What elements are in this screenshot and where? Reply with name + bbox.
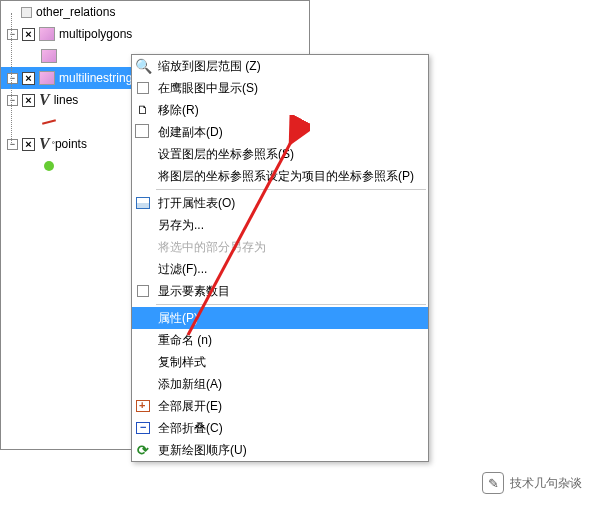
- blank-icon: [134, 310, 152, 326]
- menu-collapse-all[interactable]: 全部折叠(C): [132, 417, 428, 439]
- checkbox-icon[interactable]: ×: [22, 94, 35, 107]
- tree-item-multipolygons[interactable]: − × multipolygons: [1, 23, 309, 45]
- menu-update-draw-order[interactable]: ⟳ 更新绘图顺序(U): [132, 439, 428, 461]
- remove-icon: 🗋: [134, 102, 152, 118]
- layer-icon: [21, 7, 32, 18]
- checkbox-icon[interactable]: ×: [22, 138, 35, 151]
- menu-save-selection-as: 将选中的部分另存为: [132, 236, 428, 258]
- blank-icon: [134, 168, 152, 184]
- menu-rename[interactable]: 重命名 (n): [132, 329, 428, 351]
- tree-label: multipolygons: [59, 27, 132, 41]
- vector-icon: V: [39, 91, 50, 109]
- menu-label: 过滤(F)...: [158, 261, 420, 278]
- menu-label: 移除(R): [158, 102, 420, 119]
- menu-filter[interactable]: 过滤(F)...: [132, 258, 428, 280]
- checkbox-icon[interactable]: ×: [22, 72, 35, 85]
- menu-properties[interactable]: 属性(P): [132, 307, 428, 329]
- point-symbol-icon: [44, 161, 54, 171]
- menu-show-feature-count[interactable]: 显示要素数目: [132, 280, 428, 302]
- tree-label: multilinestrings: [59, 71, 138, 85]
- watermark-icon: ✎: [482, 472, 504, 494]
- tree-item-other-relations[interactable]: other_relations: [1, 1, 309, 23]
- polygon-icon: [39, 27, 55, 41]
- checkbox-icon: [134, 80, 152, 96]
- tree-label: lines: [54, 93, 79, 107]
- collapse-icon[interactable]: −: [7, 73, 18, 84]
- menu-label: 重命名 (n): [158, 332, 420, 349]
- polygon-symbol-icon: [41, 49, 57, 63]
- search-icon: 🔍: [134, 58, 152, 74]
- blank-icon: [134, 146, 152, 162]
- menu-label: 设置图层的坐标参照系(S): [158, 146, 420, 163]
- line-symbol-icon: [41, 115, 57, 129]
- menu-label: 创建副本(D): [158, 124, 420, 141]
- refresh-icon: ⟳: [134, 442, 152, 458]
- polygon-icon: [39, 71, 55, 85]
- menu-label: 全部展开(E): [158, 398, 420, 415]
- menu-set-project-crs[interactable]: 将图层的坐标参照系设定为项目的坐标参照系(P): [132, 165, 428, 187]
- menu-label: 打开属性表(O): [158, 195, 420, 212]
- menu-label: 复制样式: [158, 354, 420, 371]
- blank-icon: [134, 239, 152, 255]
- menu-save-as[interactable]: 另存为...: [132, 214, 428, 236]
- copy-icon: [134, 124, 152, 140]
- menu-label: 缩放到图层范围 (Z): [158, 58, 420, 75]
- tree-label: other_relations: [36, 5, 115, 19]
- menu-open-attribute-table[interactable]: 打开属性表(O): [132, 192, 428, 214]
- collapse-icon[interactable]: −: [7, 29, 18, 40]
- blank-icon: [134, 376, 152, 392]
- menu-separator: [156, 304, 426, 305]
- menu-label: 在鹰眼图中显示(S): [158, 80, 420, 97]
- menu-label: 将选中的部分另存为: [158, 239, 420, 256]
- checkbox-icon[interactable]: ×: [22, 28, 35, 41]
- watermark-text: 技术几句杂谈: [510, 475, 582, 492]
- menu-show-in-overview[interactable]: 在鹰眼图中显示(S): [132, 77, 428, 99]
- menu-label: 属性(P): [158, 310, 420, 327]
- expand-icon: [134, 398, 152, 414]
- collapse-icon: [134, 420, 152, 436]
- menu-set-crs[interactable]: 设置图层的坐标参照系(S): [132, 143, 428, 165]
- menu-label: 将图层的坐标参照系设定为项目的坐标参照系(P): [158, 168, 420, 185]
- menu-add-group[interactable]: 添加新组(A): [132, 373, 428, 395]
- menu-label: 全部折叠(C): [158, 420, 420, 437]
- table-icon: [134, 195, 152, 211]
- menu-zoom-to-layer[interactable]: 🔍 缩放到图层范围 (Z): [132, 55, 428, 77]
- blank-icon: [134, 261, 152, 277]
- menu-copy-style[interactable]: 复制样式: [132, 351, 428, 373]
- menu-duplicate[interactable]: 创建副本(D): [132, 121, 428, 143]
- tree-label: points: [55, 137, 87, 151]
- watermark: ✎ 技术几句杂谈: [482, 472, 582, 494]
- menu-label: 更新绘图顺序(U): [158, 442, 420, 459]
- collapse-icon[interactable]: −: [7, 139, 18, 150]
- menu-label: 添加新组(A): [158, 376, 420, 393]
- menu-label: 显示要素数目: [158, 283, 420, 300]
- blank-icon: [134, 354, 152, 370]
- menu-expand-all[interactable]: 全部展开(E): [132, 395, 428, 417]
- vector-icon: V: [39, 135, 50, 153]
- collapse-icon[interactable]: −: [7, 95, 18, 106]
- checkbox-icon: [134, 283, 152, 299]
- menu-label: 另存为...: [158, 217, 420, 234]
- layer-context-menu: 🔍 缩放到图层范围 (Z) 在鹰眼图中显示(S) 🗋 移除(R) 创建副本(D)…: [131, 54, 429, 462]
- menu-separator: [156, 189, 426, 190]
- blank-icon: [134, 217, 152, 233]
- blank-icon: [134, 332, 152, 348]
- menu-remove[interactable]: 🗋 移除(R): [132, 99, 428, 121]
